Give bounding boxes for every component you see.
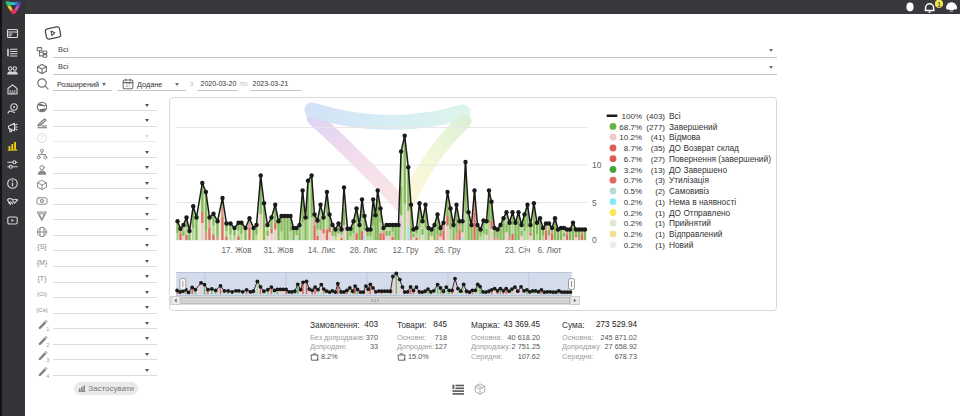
- svg-text:Відправлений: Відправлений: [669, 229, 723, 239]
- svg-text:8.7%: 8.7%: [623, 144, 641, 153]
- svg-text:100%: 100%: [621, 112, 641, 121]
- svg-text:17: 17: [125, 83, 131, 88]
- svg-text:0.2%: 0.2%: [623, 219, 641, 228]
- svg-text:0.2%: 0.2%: [623, 209, 641, 218]
- svg-text:ДО Отправлено: ДО Отправлено: [669, 208, 731, 218]
- svg-text:Прийнятий: Прийнятий: [669, 218, 711, 228]
- svg-text:(1): (1): [655, 230, 665, 239]
- svg-text:0.2%: 0.2%: [623, 230, 641, 239]
- svg-text:{Ct}: {Ct}: [37, 291, 47, 297]
- svg-text:3.2%: 3.2%: [623, 166, 641, 175]
- svg-text:(1): (1): [655, 241, 665, 250]
- svg-text:0.2%: 0.2%: [623, 198, 641, 207]
- svg-text:%: %: [317, 358, 319, 361]
- svg-text:Утилізація: Утилізація: [669, 175, 709, 185]
- svg-text:?: ?: [40, 135, 44, 142]
- svg-text:%: %: [404, 358, 406, 361]
- svg-text:1: 1: [46, 326, 49, 332]
- svg-text:Самовивіз: Самовивіз: [669, 186, 709, 196]
- svg-text:{S}: {S}: [37, 243, 47, 251]
- svg-text:(277): (277): [646, 123, 665, 132]
- svg-text:Повернення (завершений): Повернення (завершений): [669, 154, 771, 164]
- svg-text:3: 3: [46, 357, 49, 363]
- svg-text:Новий: Новий: [669, 240, 694, 250]
- svg-text:(1): (1): [655, 198, 665, 207]
- svg-text:{M}: {M}: [37, 259, 48, 267]
- svg-text:6.7%: 6.7%: [623, 155, 641, 164]
- svg-text:(3): (3): [655, 176, 665, 185]
- svg-text:(2): (2): [655, 187, 665, 196]
- svg-text:Відмова: Відмова: [669, 132, 701, 142]
- svg-text:(1): (1): [655, 219, 665, 228]
- svg-text:68.7%: 68.7%: [619, 123, 642, 132]
- svg-text:0.7%: 0.7%: [623, 176, 641, 185]
- svg-text:Завершений: Завершений: [669, 122, 718, 132]
- svg-text:(35): (35): [650, 144, 665, 153]
- svg-text:1: 1: [937, 1, 941, 8]
- svg-text:(41): (41): [650, 133, 665, 142]
- svg-text:(13): (13): [650, 166, 665, 175]
- svg-text:{Cs}: {Cs}: [36, 307, 47, 313]
- svg-text:0.5%: 0.5%: [623, 187, 641, 196]
- svg-text:0.2%: 0.2%: [623, 241, 641, 250]
- svg-text:(1): (1): [655, 209, 665, 218]
- svg-text:4: 4: [46, 373, 49, 379]
- svg-text:Всі: Всі: [669, 111, 681, 121]
- svg-text:ДО Возврат склад: ДО Возврат склад: [669, 143, 739, 153]
- svg-text:2: 2: [46, 341, 49, 347]
- svg-text:ДО Завершено: ДО Завершено: [669, 165, 727, 175]
- svg-text:(403): (403): [646, 112, 665, 121]
- svg-text:(27): (27): [650, 155, 665, 164]
- svg-text:Нема в наявності: Нема в наявності: [669, 197, 736, 207]
- svg-text:{T}: {T}: [38, 275, 48, 283]
- svg-text:10.2%: 10.2%: [619, 133, 642, 142]
